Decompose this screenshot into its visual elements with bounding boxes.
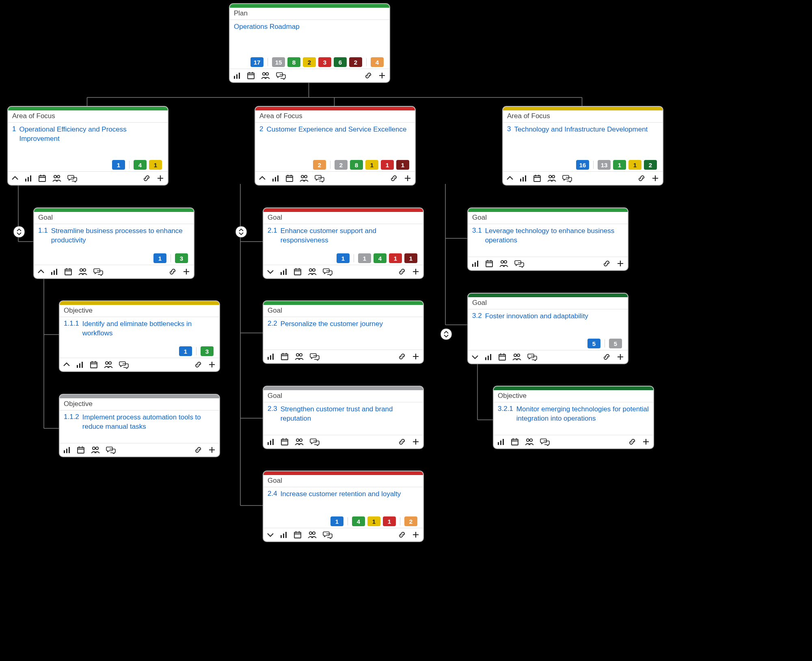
people-icon[interactable] xyxy=(104,361,113,369)
chart-icon[interactable] xyxy=(63,446,71,454)
add-icon[interactable] xyxy=(651,174,659,182)
people-icon[interactable] xyxy=(299,174,309,182)
comments-icon[interactable] xyxy=(315,174,324,182)
comments-icon[interactable] xyxy=(562,174,572,182)
comments-icon[interactable] xyxy=(514,259,524,268)
tree-collapse-button[interactable] xyxy=(235,226,247,238)
link-icon[interactable] xyxy=(194,361,202,369)
comments-icon[interactable] xyxy=(119,361,129,369)
add-icon[interactable] xyxy=(404,174,412,182)
chart-icon[interactable] xyxy=(497,438,505,446)
calendar-icon[interactable] xyxy=(498,353,506,361)
card-title[interactable]: Enhance customer support and responsiven… xyxy=(281,227,419,245)
chart-icon[interactable] xyxy=(272,174,280,182)
tree-collapse-button[interactable] xyxy=(441,328,452,340)
chevron-down-icon[interactable] xyxy=(267,532,274,537)
comments-icon[interactable] xyxy=(527,353,537,361)
card-title[interactable]: Technology and Infrastructure Developmen… xyxy=(514,125,648,134)
chart-icon[interactable] xyxy=(233,71,241,80)
comments-icon[interactable] xyxy=(310,352,320,361)
link-icon[interactable] xyxy=(628,438,636,446)
chart-icon[interactable] xyxy=(24,174,32,182)
card-title[interactable]: Increase customer retention and loyalty xyxy=(281,490,401,499)
comments-icon[interactable] xyxy=(106,446,116,454)
people-icon[interactable] xyxy=(91,446,100,454)
card-title[interactable]: Foster innovation and adaptability xyxy=(485,312,588,321)
add-icon[interactable] xyxy=(208,446,216,454)
add-icon[interactable] xyxy=(156,174,164,182)
comments-icon[interactable] xyxy=(93,268,103,276)
calendar-icon[interactable] xyxy=(64,268,72,276)
people-icon[interactable] xyxy=(294,352,304,361)
calendar-icon[interactable] xyxy=(294,268,302,276)
people-icon[interactable] xyxy=(294,438,304,446)
card-title[interactable]: Strengthen customer trust and brand repu… xyxy=(281,405,419,423)
calendar-icon[interactable] xyxy=(90,361,98,369)
calendar-icon[interactable] xyxy=(511,438,519,446)
chevron-down-icon[interactable] xyxy=(267,269,274,274)
chart-icon[interactable] xyxy=(519,174,527,182)
card-title[interactable]: Customer Experience and Service Excellen… xyxy=(266,125,406,134)
chevron-down-icon[interactable] xyxy=(471,354,479,359)
comments-icon[interactable] xyxy=(323,268,333,276)
link-icon[interactable] xyxy=(398,268,406,276)
card-title[interactable]: Identify and eliminate bottlenecks in wo… xyxy=(82,320,215,338)
chart-icon[interactable] xyxy=(267,352,275,361)
comments-icon[interactable] xyxy=(67,174,77,182)
link-icon[interactable] xyxy=(637,174,646,182)
chart-icon[interactable] xyxy=(484,353,492,361)
calendar-icon[interactable] xyxy=(38,174,46,182)
card-title[interactable]: Operations Roadmap xyxy=(234,22,300,32)
chevron-up-icon[interactable] xyxy=(63,362,70,367)
add-icon[interactable] xyxy=(616,259,624,268)
people-icon[interactable] xyxy=(547,174,557,182)
add-icon[interactable] xyxy=(412,268,420,276)
card-title[interactable]: Implement process automation tools to re… xyxy=(82,413,215,432)
add-icon[interactable] xyxy=(642,438,650,446)
tree-collapse-button[interactable] xyxy=(13,226,25,238)
card-title[interactable]: Streamline business processes to enhance… xyxy=(51,227,190,245)
add-icon[interactable] xyxy=(616,353,624,361)
link-icon[interactable] xyxy=(603,259,611,268)
add-icon[interactable] xyxy=(182,268,190,276)
comments-icon[interactable] xyxy=(540,438,550,446)
chart-icon[interactable] xyxy=(50,268,58,276)
calendar-icon[interactable] xyxy=(485,259,493,268)
people-icon[interactable] xyxy=(261,71,270,80)
chevron-up-icon[interactable] xyxy=(259,176,266,181)
link-icon[interactable] xyxy=(194,446,202,454)
people-icon[interactable] xyxy=(52,174,62,182)
calendar-icon[interactable] xyxy=(247,71,255,80)
chevron-up-icon[interactable] xyxy=(11,176,19,181)
comments-icon[interactable] xyxy=(276,71,286,80)
card-title[interactable]: Personalize the customer journey xyxy=(281,320,383,329)
link-icon[interactable] xyxy=(390,174,398,182)
card-title[interactable]: Monitor emerging technologies for potent… xyxy=(516,405,649,423)
chevron-up-icon[interactable] xyxy=(506,176,514,181)
link-icon[interactable] xyxy=(398,438,406,446)
add-icon[interactable] xyxy=(412,438,420,446)
chart-icon[interactable] xyxy=(471,259,479,268)
add-icon[interactable] xyxy=(412,352,420,361)
people-icon[interactable] xyxy=(525,438,534,446)
chart-icon[interactable] xyxy=(280,268,288,276)
people-icon[interactable] xyxy=(78,268,88,276)
people-icon[interactable] xyxy=(512,353,522,361)
add-icon[interactable] xyxy=(412,531,420,539)
add-icon[interactable] xyxy=(378,71,386,80)
calendar-icon[interactable] xyxy=(294,531,302,539)
link-icon[interactable] xyxy=(398,531,406,539)
link-icon[interactable] xyxy=(168,268,177,276)
calendar-icon[interactable] xyxy=(533,174,541,182)
people-icon[interactable] xyxy=(307,531,317,539)
link-icon[interactable] xyxy=(398,352,406,361)
chart-icon[interactable] xyxy=(76,361,84,369)
calendar-icon[interactable] xyxy=(281,438,289,446)
calendar-icon[interactable] xyxy=(285,174,294,182)
link-icon[interactable] xyxy=(143,174,151,182)
comments-icon[interactable] xyxy=(310,438,320,446)
card-title[interactable]: Leverage technology to enhance business … xyxy=(485,227,624,245)
people-icon[interactable] xyxy=(499,259,509,268)
card-title[interactable]: Operational Efficiency and Process Impro… xyxy=(19,125,164,144)
calendar-icon[interactable] xyxy=(281,352,289,361)
